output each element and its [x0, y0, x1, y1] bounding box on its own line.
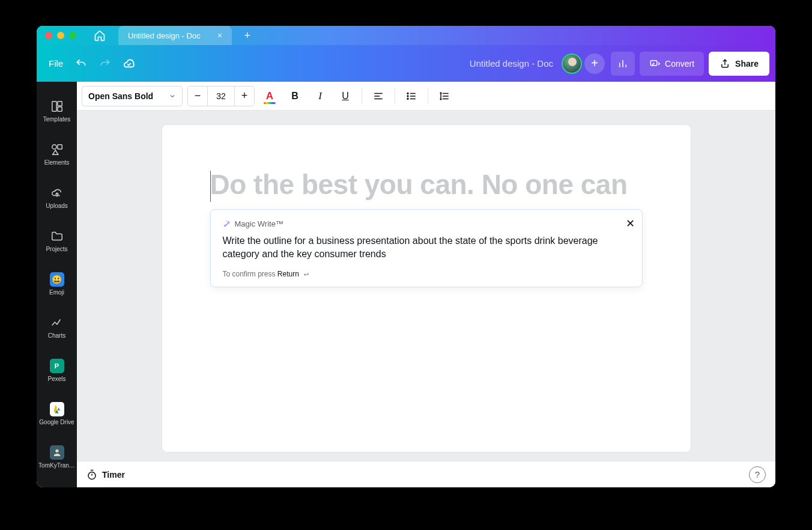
elements-icon: [50, 142, 64, 157]
magic-prompt-input[interactable]: Write the outline for a business present…: [223, 234, 630, 261]
main-area: Open Sans Bold − + A B I U: [77, 82, 775, 487]
share-icon: [720, 58, 730, 69]
convert-label: Convert: [665, 59, 694, 69]
magic-wand-icon: [223, 220, 231, 228]
increase-size-button[interactable]: +: [235, 87, 254, 106]
cloud-sync-button[interactable]: [117, 52, 141, 76]
templates-icon: [50, 99, 64, 114]
emoji-icon: 😀: [50, 272, 64, 287]
folder-icon: [50, 229, 64, 243]
sidebar-item-pexels[interactable]: P Pexels: [37, 349, 77, 392]
text-color-icon: A: [266, 90, 273, 102]
close-window-button[interactable]: [45, 32, 52, 39]
tab-title: Untitled design - Doc: [128, 31, 201, 40]
titlebar: Untitled design - Doc × +: [37, 26, 775, 45]
bar-chart-icon: [617, 58, 628, 69]
sidebar-item-user-app[interactable]: TomKyTran…: [37, 435, 77, 478]
bold-button[interactable]: B: [285, 86, 305, 106]
app-topbar: File Untitled design - Doc + Convert Sha…: [37, 45, 775, 82]
document-page[interactable]: Do the best you can. No one can ✕ Magic …: [162, 125, 691, 452]
placeholder-text: Do the best you can. No one can: [210, 168, 628, 201]
italic-button[interactable]: I: [310, 86, 330, 106]
font-size-group: − +: [187, 86, 255, 106]
sidebar-label: Charts: [48, 332, 65, 339]
sidebar-label: Elements: [44, 159, 70, 166]
new-tab-button[interactable]: +: [238, 26, 257, 45]
share-button[interactable]: Share: [709, 52, 769, 76]
cloud-check-icon: [123, 57, 136, 70]
svg-point-6: [55, 449, 58, 452]
bold-icon: B: [291, 91, 298, 102]
footer-bar: Timer ?: [77, 461, 775, 487]
undo-button[interactable]: [69, 52, 93, 76]
list-icon: [406, 91, 417, 102]
home-button[interactable]: [85, 26, 115, 45]
sidebar-item-emoji[interactable]: 😀 Emoji: [37, 262, 77, 305]
sidebar-item-elements[interactable]: Elements: [37, 132, 77, 175]
underline-button[interactable]: U: [335, 86, 356, 106]
text-color-button[interactable]: A: [259, 86, 280, 106]
redo-icon: [99, 58, 111, 70]
tab-close-button[interactable]: ×: [215, 29, 225, 41]
left-sidebar: Templates Elements Uploads Projects: [37, 82, 77, 487]
app-window: Untitled design - Doc × + File Untitled …: [37, 26, 775, 487]
home-icon: [94, 29, 106, 41]
user-avatar[interactable]: [562, 53, 582, 74]
undo-icon: [75, 58, 87, 70]
maximize-window-button[interactable]: [69, 32, 76, 39]
color-spectrum-icon: [264, 102, 276, 104]
convert-button[interactable]: Convert: [640, 52, 704, 76]
google-drive-icon: [50, 402, 64, 416]
redo-button[interactable]: [93, 52, 117, 76]
magic-write-header: Magic Write™: [223, 219, 630, 228]
font-size-input[interactable]: [207, 87, 235, 106]
magic-write-title: Magic Write™: [235, 219, 283, 228]
separator: [428, 88, 428, 104]
timer-label: Timer: [102, 470, 125, 480]
svg-point-8: [407, 96, 408, 97]
sidebar-item-templates[interactable]: Templates: [37, 89, 77, 132]
analytics-button[interactable]: [611, 52, 635, 76]
spacing-button[interactable]: [434, 86, 455, 106]
timer-button[interactable]: Timer: [86, 469, 125, 480]
underline-icon: U: [342, 91, 349, 102]
sidebar-label: Pexels: [47, 376, 65, 382]
help-button[interactable]: ?: [749, 466, 766, 483]
minimize-window-button[interactable]: [57, 32, 64, 39]
sidebar-label: Templates: [43, 116, 71, 123]
sidebar-item-google-drive[interactable]: Google Drive: [37, 392, 77, 435]
text-toolbar: Open Sans Bold − + A B I U: [77, 82, 775, 111]
canvas-area[interactable]: Do the best you can. No one can ✕ Magic …: [77, 111, 775, 461]
sidebar-item-projects[interactable]: Projects: [37, 219, 77, 262]
svg-rect-3: [57, 106, 61, 111]
document-title[interactable]: Untitled design - Doc: [470, 58, 553, 69]
separator: [362, 88, 362, 104]
document-tab[interactable]: Untitled design - Doc ×: [118, 26, 232, 45]
question-mark-icon: ?: [755, 469, 760, 480]
body-row: Templates Elements Uploads Projects: [37, 82, 775, 487]
stopwatch-icon: [86, 469, 97, 480]
svg-rect-1: [52, 101, 56, 111]
magic-close-button[interactable]: ✕: [626, 217, 635, 230]
convert-icon: [649, 58, 660, 69]
sidebar-label: TomKyTran…: [38, 462, 75, 469]
sidebar-item-charts[interactable]: Charts: [37, 305, 77, 349]
align-left-icon: [373, 91, 384, 102]
sidebar-label: Uploads: [46, 203, 68, 209]
file-menu-button[interactable]: File: [43, 53, 69, 73]
decrease-size-button[interactable]: −: [188, 87, 207, 106]
sidebar-label: Emoji: [49, 289, 64, 296]
sidebar-item-uploads[interactable]: Uploads: [37, 175, 77, 219]
italic-icon: I: [318, 90, 322, 102]
add-collaborator-button[interactable]: +: [584, 53, 605, 74]
font-name: Open Sans Bold: [88, 91, 153, 101]
svg-point-4: [52, 144, 56, 148]
font-family-select[interactable]: Open Sans Bold: [82, 86, 183, 106]
svg-rect-2: [57, 101, 61, 105]
list-button[interactable]: [401, 86, 422, 106]
alignment-button[interactable]: [368, 86, 389, 106]
pexels-icon: P: [50, 359, 64, 373]
hint-key: Return: [277, 270, 299, 278]
charts-icon: [50, 315, 64, 330]
hint-prefix: To confirm press: [223, 270, 277, 278]
